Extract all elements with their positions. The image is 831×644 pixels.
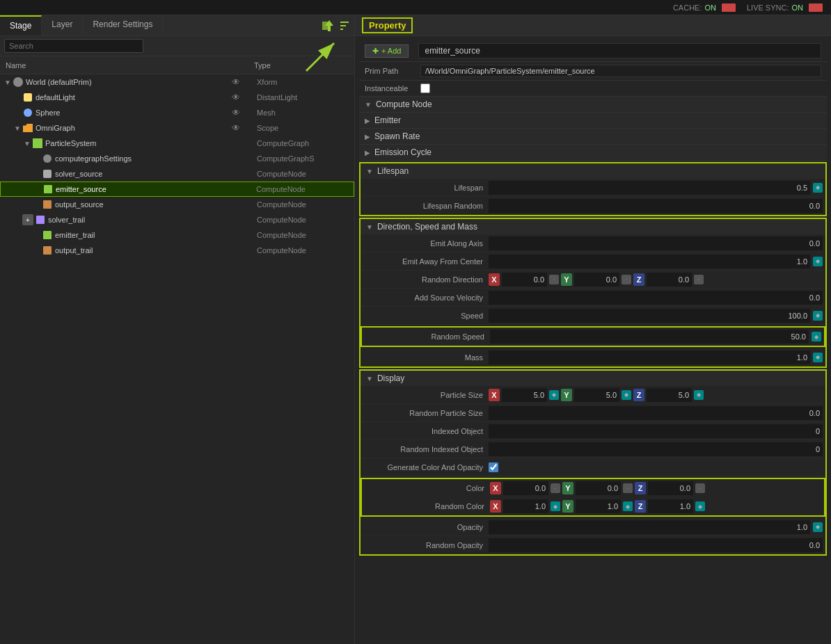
type-solver-trail: ComputeNode xyxy=(257,216,354,224)
particle-size-row: Particle Size X ◆ Y ◆ Z ◆ xyxy=(361,386,825,404)
add-source-velocity-input[interactable] xyxy=(489,291,823,305)
tab-layer[interactable]: Layer xyxy=(42,15,83,35)
property-header: Property xyxy=(355,15,831,36)
psize-z-dot[interactable]: ◆ xyxy=(694,390,704,400)
color-y-dot[interactable]: · xyxy=(623,483,633,493)
instanceable-checkbox[interactable] xyxy=(420,83,430,93)
rcolor-x-input[interactable] xyxy=(503,499,548,513)
lifespan-input[interactable] xyxy=(489,181,810,195)
random-dir-z-dot[interactable]: · xyxy=(694,275,704,284)
color-x-dot[interactable]: · xyxy=(551,483,560,493)
rcolor-z-input[interactable] xyxy=(648,499,693,513)
tree-item-omnigraph[interactable]: ▼ OmniGraph 👁 Scope xyxy=(0,120,354,136)
emitter-name-input[interactable] xyxy=(418,43,821,58)
tree-item-solver-trail[interactable]: + solver_trail ComputeNode xyxy=(0,212,354,227)
lifespan-random-input[interactable] xyxy=(489,199,823,213)
random-dir-x-dot[interactable]: · xyxy=(549,275,559,284)
random-opacity-input[interactable] xyxy=(489,538,823,552)
emit-along-axis-input[interactable] xyxy=(489,236,823,250)
sort-icon[interactable] xyxy=(338,19,351,33)
color-x-input[interactable] xyxy=(503,481,548,495)
instanceable-row: Instanceable xyxy=(359,81,827,97)
eye-defaultlight[interactable]: 👁 xyxy=(215,92,257,102)
generate-color-row: Generate Color And Opacity xyxy=(361,458,825,476)
random-opacity-row: Random Opacity xyxy=(361,536,825,554)
icon-world xyxy=(13,77,24,88)
tree-item-sphere[interactable]: Sphere 👁 Mesh xyxy=(0,105,354,120)
psize-y-input[interactable] xyxy=(574,388,619,402)
section-compute-node[interactable]: ▼ Compute Node xyxy=(359,97,827,113)
type-defaultlight: DistantLight xyxy=(257,93,354,102)
eye-sphere[interactable]: 👁 xyxy=(215,108,257,118)
generate-color-checkbox[interactable] xyxy=(489,462,498,472)
tree-item-world[interactable]: ▼ World (defaultPrim) 👁 Xform xyxy=(0,74,354,90)
indexed-object-input[interactable] xyxy=(489,424,823,438)
opacity-input[interactable] xyxy=(489,520,810,534)
lifespan-dot[interactable]: ◆ xyxy=(813,183,823,193)
psize-x-input[interactable] xyxy=(502,388,547,402)
indexed-object-label: Indexed Object xyxy=(363,427,489,435)
tree-item-solver-source[interactable]: solver_source ComputeNode xyxy=(0,166,354,182)
speed-input[interactable] xyxy=(489,309,810,323)
eye-omnigraph[interactable]: 👁 xyxy=(215,123,257,133)
section-emission-cycle[interactable]: ▶ Emission Cycle xyxy=(359,145,827,161)
emit-away-input[interactable] xyxy=(489,255,810,268)
icon-emitter-source xyxy=(42,184,54,195)
rcolor-y-dot[interactable]: ◆ xyxy=(623,501,633,511)
prim-path-input[interactable] xyxy=(420,65,821,77)
filter-icon[interactable] xyxy=(321,19,335,33)
random-dir-y-input[interactable] xyxy=(574,273,619,287)
mass-input[interactable] xyxy=(489,351,810,364)
section-lifespan[interactable]: ▼ Lifespan xyxy=(361,163,825,179)
psize-y-dot[interactable]: ◆ xyxy=(622,390,631,400)
opacity-dot[interactable]: ◆ xyxy=(813,522,823,532)
color-z-dot[interactable]: · xyxy=(695,483,705,493)
speed-dot[interactable]: ◆ xyxy=(813,311,823,321)
display-section: ▼ Display Particle Size X ◆ Y ◆ Z xyxy=(359,369,827,556)
rcolor-z-dot[interactable]: ◆ xyxy=(695,501,705,511)
lifespan-random-field xyxy=(489,199,823,213)
livesync-indicator xyxy=(809,3,823,12)
random-dir-x-input[interactable] xyxy=(502,273,547,287)
color-y-input[interactable] xyxy=(576,481,621,495)
type-particlesystem: ComputeGraph xyxy=(257,139,354,147)
tab-render-settings[interactable]: Render Settings xyxy=(83,15,163,35)
cache-indicator xyxy=(722,3,736,12)
label-sphere: Sphere xyxy=(35,108,215,117)
random-indexed-object-input[interactable] xyxy=(489,442,823,456)
top-bar: CACHE: ON LIVE SYNC: ON xyxy=(0,0,831,15)
psize-x-dot[interactable]: ◆ xyxy=(549,390,559,400)
type-solver-source: ComputeNode xyxy=(257,170,354,178)
random-speed-dot[interactable]: ◆ xyxy=(812,332,821,341)
tree-item-emitter-trail[interactable]: emitter_trail ComputeNode xyxy=(0,227,354,243)
emit-away-dot[interactable]: ◆ xyxy=(813,257,823,266)
random-dir-y-dot[interactable]: · xyxy=(622,275,631,284)
eye-world[interactable]: 👁 xyxy=(215,77,257,87)
section-direction[interactable]: ▼ Direction, Speed and Mass xyxy=(361,219,825,234)
tree-item-computegraphsettings[interactable]: computegraphSettings ComputeGraphS xyxy=(0,151,354,166)
section-spawn-rate[interactable]: ▶ Spawn Rate xyxy=(359,129,827,145)
tree-item-defaultlight[interactable]: defaultLight 👁 DistantLight xyxy=(0,90,354,105)
color-z-input[interactable] xyxy=(648,481,693,495)
search-input[interactable] xyxy=(4,39,143,53)
section-display[interactable]: ▼ Display xyxy=(361,371,825,386)
add-solver-trail-btn[interactable]: + xyxy=(22,214,33,225)
display-arrow: ▼ xyxy=(366,375,373,383)
random-speed-input[interactable] xyxy=(490,330,809,344)
label-output-trail: output_trail xyxy=(55,246,215,255)
tab-stage[interactable]: Stage xyxy=(0,15,42,35)
tree-item-output-trail[interactable]: output_trail ComputeNode xyxy=(0,243,354,258)
expand-omnigraph: ▼ xyxy=(13,124,22,132)
rcolor-x-dot[interactable]: ◆ xyxy=(551,501,560,511)
psize-z-input[interactable] xyxy=(647,388,692,402)
lifespan-value-field: ◆ xyxy=(489,181,823,195)
add-button[interactable]: ✚ + Add xyxy=(365,45,409,58)
random-particle-size-input[interactable] xyxy=(489,406,823,420)
tree-item-output-source[interactable]: output_source ComputeNode xyxy=(0,197,354,212)
section-emitter[interactable]: ▶ Emitter xyxy=(359,113,827,129)
random-dir-z-input[interactable] xyxy=(647,273,692,287)
tree-item-particlesystem[interactable]: ▼ ParticleSystem ComputeGraph xyxy=(0,136,354,151)
tree-item-emitter-source[interactable]: emitter_source ComputeNode xyxy=(0,182,354,197)
rcolor-y-input[interactable] xyxy=(576,499,621,513)
mass-dot[interactable]: ◆ xyxy=(813,353,823,362)
